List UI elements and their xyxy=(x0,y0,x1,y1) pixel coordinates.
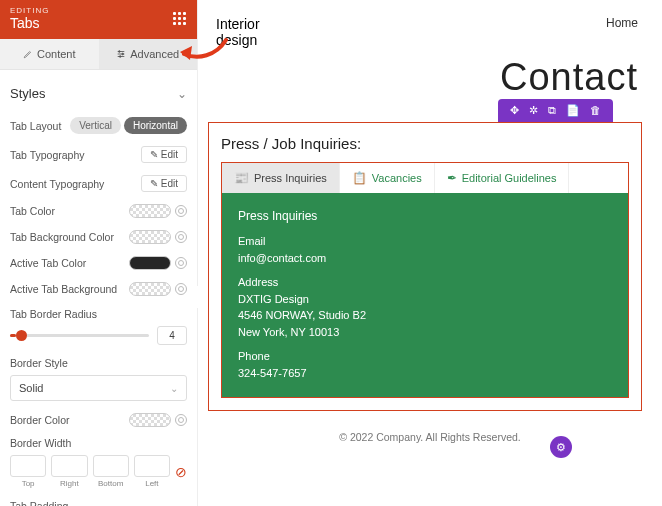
layout-vertical[interactable]: Vertical xyxy=(70,117,121,134)
content-heading: Press Inquiries xyxy=(238,207,612,225)
tab-layout-label: Tab Layout xyxy=(10,120,61,132)
svg-point-0 xyxy=(119,51,121,53)
svg-point-1 xyxy=(122,53,124,55)
content-typography-label: Content Typography xyxy=(10,178,104,190)
active-bg-swatch[interactable] xyxy=(129,282,171,296)
tab-advanced-label: Advanced xyxy=(130,48,179,60)
tab-content-body: Press Inquiries Email info@contact.com A… xyxy=(222,193,628,397)
content-typography-edit[interactable]: ✎Edit xyxy=(141,175,187,192)
pencil-icon xyxy=(23,49,33,59)
pen-icon: ✒ xyxy=(447,171,457,185)
tab-color-label: Tab Color xyxy=(10,205,55,217)
delete-icon[interactable]: 🗑 xyxy=(590,104,601,117)
move-icon[interactable]: ✥ xyxy=(510,104,519,117)
border-color-label: Border Color xyxy=(10,414,70,426)
bw-bottom[interactable] xyxy=(93,455,129,477)
globe-icon[interactable] xyxy=(175,205,187,217)
tab-advanced[interactable]: Advanced xyxy=(99,39,198,69)
email-value: info@contact.com xyxy=(238,250,612,267)
border-style-select[interactable]: Solid⌄ xyxy=(10,375,187,401)
briefcase-icon: 📋 xyxy=(352,171,367,185)
tab-bg-swatch[interactable] xyxy=(129,230,171,244)
active-bg-label: Active Tab Background xyxy=(10,283,117,295)
bw-left[interactable] xyxy=(134,455,170,477)
border-style-label: Border Style xyxy=(10,357,187,369)
tab-content[interactable]: Content xyxy=(0,39,99,69)
settings-icon[interactable]: ✲ xyxy=(529,104,538,117)
tab-color-swatch[interactable] xyxy=(129,204,171,218)
active-color-label: Active Tab Color xyxy=(10,257,86,269)
address-label: Address xyxy=(238,274,612,291)
tab-typography-label: Tab Typography xyxy=(10,149,85,161)
globe-icon[interactable] xyxy=(175,414,187,426)
tab-vacancies[interactable]: 📋Vacancies xyxy=(340,163,435,193)
tab-typography-edit[interactable]: ✎Edit xyxy=(141,146,187,163)
globe-icon[interactable] xyxy=(175,283,187,295)
settings-fab[interactable]: ⚙ xyxy=(550,436,572,458)
page-title: Contact xyxy=(198,56,638,99)
globe-icon[interactable] xyxy=(175,231,187,243)
svg-point-2 xyxy=(120,56,122,58)
section-styles-title: Styles xyxy=(10,86,45,101)
phone-label: Phone xyxy=(238,348,612,365)
phone-value: 324-547-7657 xyxy=(238,365,612,382)
tabs-widget[interactable]: Press / Job Inquiries: 📰Press Inquiries … xyxy=(208,122,642,411)
editor-sidebar: EDITING Tabs Content Advanced Styles ⌄ T… xyxy=(0,0,198,506)
sliders-icon xyxy=(116,49,126,59)
tab-press-inquiries[interactable]: 📰Press Inquiries xyxy=(222,163,340,193)
copy-icon[interactable]: 📄 xyxy=(566,104,580,117)
border-color-swatch[interactable] xyxy=(129,413,171,427)
bw-right[interactable] xyxy=(51,455,87,477)
tab-bg-label: Tab Background Color xyxy=(10,231,114,243)
globe-icon[interactable] xyxy=(175,257,187,269)
page-canvas: Interior design Home Contact ✥ ✲ ⧉ 📄 🗑 P… xyxy=(198,0,662,506)
bw-top[interactable] xyxy=(10,455,46,477)
nav-home[interactable]: Home xyxy=(606,16,638,30)
sidebar-tabs: Content Advanced xyxy=(0,39,197,70)
border-width-label: Border Width xyxy=(10,437,187,449)
chevron-down-icon: ⌄ xyxy=(170,383,178,394)
duplicate-icon[interactable]: ⧉ xyxy=(548,104,556,117)
tab-editorial[interactable]: ✒Editorial Guidelines xyxy=(435,163,570,193)
drag-handle-icon[interactable] xyxy=(173,12,187,26)
brand: Interior design xyxy=(216,16,260,48)
border-radius-slider[interactable] xyxy=(10,334,149,337)
sidebar-header: EDITING Tabs xyxy=(0,0,197,39)
chevron-down-icon: ⌄ xyxy=(177,87,187,101)
editing-label: EDITING xyxy=(10,6,49,15)
email-label: Email xyxy=(238,233,612,250)
footer-text: © 2022 Company. All Rights Reserved. xyxy=(198,421,662,449)
link-icon[interactable]: ⊘ xyxy=(175,464,187,480)
border-radius-label: Tab Border Radius xyxy=(10,308,187,320)
border-radius-value[interactable]: 4 xyxy=(157,326,187,345)
news-icon: 📰 xyxy=(234,171,249,185)
pencil-icon: ✎ xyxy=(150,149,158,160)
section-styles[interactable]: Styles ⌄ xyxy=(10,78,187,111)
tab-padding-label: Tab Padding xyxy=(10,500,68,506)
section-heading: Press / Job Inquiries: xyxy=(221,135,629,152)
widget-title: Tabs xyxy=(10,15,49,31)
tabs-element: 📰Press Inquiries 📋Vacancies ✒Editorial G… xyxy=(221,162,629,398)
layout-horizontal[interactable]: Horizontal xyxy=(124,117,187,134)
active-color-swatch[interactable] xyxy=(129,256,171,270)
tab-layout-segment: Vertical Horizontal xyxy=(70,117,187,134)
tab-content-label: Content xyxy=(37,48,76,60)
pencil-icon: ✎ xyxy=(150,178,158,189)
element-toolbar: ✥ ✲ ⧉ 📄 🗑 xyxy=(498,99,613,122)
